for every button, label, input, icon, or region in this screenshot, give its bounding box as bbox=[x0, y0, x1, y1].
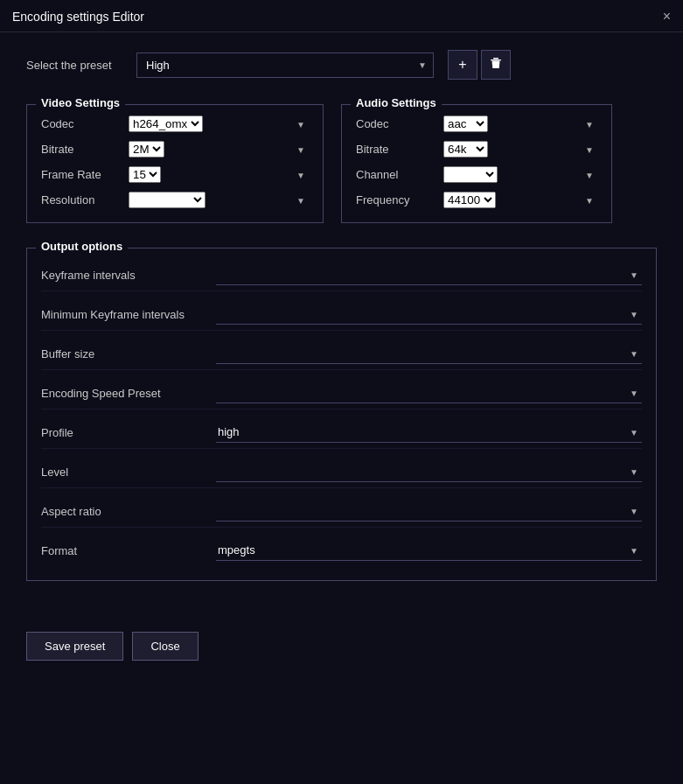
svg-rect-0 bbox=[493, 58, 498, 60]
aspect-ratio-select[interactable]: 16:9 4:3 1:1 bbox=[216, 500, 642, 522]
add-preset-button[interactable]: + bbox=[448, 50, 477, 80]
min-keyframe-intervals-label: Minimum Keyframe intervals bbox=[41, 308, 216, 321]
buffer-size-row: Buffer size 1M 2M 4M bbox=[41, 338, 642, 370]
preset-select-wrapper: High Medium Low bbox=[136, 52, 434, 78]
video-audio-row: Video Settings Codec h264_omx h264 h265 … bbox=[26, 104, 657, 223]
profile-label: Profile bbox=[41, 426, 216, 439]
video-codec-label: Codec bbox=[41, 117, 129, 130]
audio-codec-row: Codec aac mp3 opus bbox=[356, 116, 597, 132]
audio-settings-box: Audio Settings Codec aac mp3 opus Bitrat… bbox=[341, 104, 612, 223]
footer-buttons: Save preset Close bbox=[0, 623, 683, 678]
format-row: Format mpegts mp4 mkv flv bbox=[41, 535, 642, 566]
keyframe-intervals-row: Keyframe intervals 1 2 5 10 bbox=[41, 259, 642, 291]
encoding-speed-row: Encoding Speed Preset ultrafast fast med… bbox=[41, 377, 642, 410]
profile-select[interactable]: high main baseline bbox=[216, 422, 642, 443]
preset-label: Select the preset bbox=[26, 59, 122, 72]
video-resolution-select[interactable]: 1920x1080 1280x720 640x480 bbox=[129, 192, 206, 208]
title-bar: Encoding settings Editor × bbox=[0, 0, 683, 32]
video-resolution-label: Resolution bbox=[41, 193, 129, 206]
audio-codec-label: Codec bbox=[356, 117, 443, 130]
audio-bitrate-label: Bitrate bbox=[356, 143, 443, 156]
close-button[interactable]: Close bbox=[132, 632, 198, 661]
trash-icon bbox=[489, 56, 503, 74]
video-settings-box: Video Settings Codec h264_omx h264 h265 … bbox=[26, 104, 324, 223]
audio-settings-legend: Audio Settings bbox=[351, 96, 442, 109]
level-select-wrap: 3.0 3.1 4.0 4.1 bbox=[216, 461, 642, 482]
audio-bitrate-select-wrap: 64k 128k 256k bbox=[443, 141, 597, 158]
audio-codec-select[interactable]: aac mp3 opus bbox=[443, 116, 488, 132]
output-options-section: Output options Keyframe intervals 1 2 5 … bbox=[26, 248, 657, 581]
close-window-button[interactable]: × bbox=[663, 9, 671, 24]
video-framerate-label: Frame Rate bbox=[41, 168, 129, 181]
video-bitrate-label: Bitrate bbox=[41, 143, 129, 156]
video-framerate-row: Frame Rate 15 24 30 60 bbox=[41, 166, 309, 183]
keyframe-intervals-label: Keyframe intervals bbox=[41, 269, 216, 282]
plus-icon: + bbox=[458, 57, 466, 73]
audio-channel-row: Channel Stereo Mono bbox=[356, 166, 597, 183]
video-bitrate-select-wrap: 2M 1M 4M 8M bbox=[129, 141, 309, 158]
main-content: Select the preset High Medium Low + bbox=[0, 32, 683, 623]
window-title: Encoding settings Editor bbox=[12, 10, 144, 24]
min-keyframe-intervals-select[interactable]: 1 2 5 bbox=[216, 304, 642, 325]
preset-icon-buttons: + bbox=[448, 50, 511, 80]
svg-rect-1 bbox=[491, 60, 501, 60]
preset-row: Select the preset High Medium Low + bbox=[26, 50, 657, 80]
profile-select-wrap: high main baseline bbox=[216, 422, 642, 443]
video-bitrate-row: Bitrate 2M 1M 4M 8M bbox=[41, 141, 309, 158]
level-select[interactable]: 3.0 3.1 4.0 4.1 bbox=[216, 461, 642, 482]
encoding-speed-label: Encoding Speed Preset bbox=[41, 387, 216, 400]
aspect-ratio-row: Aspect ratio 16:9 4:3 1:1 bbox=[41, 495, 642, 528]
video-bitrate-select[interactable]: 2M 1M 4M 8M bbox=[129, 141, 164, 158]
level-row: Level 3.0 3.1 4.0 4.1 bbox=[41, 456, 642, 488]
min-keyframe-intervals-select-wrap: 1 2 5 bbox=[216, 304, 642, 325]
video-codec-select-wrap: h264_omx h264 h265 bbox=[129, 116, 309, 132]
format-select-wrap: mpegts mp4 mkv flv bbox=[216, 540, 642, 561]
video-resolution-row: Resolution 1920x1080 1280x720 640x480 bbox=[41, 192, 309, 208]
encoding-speed-select[interactable]: ultrafast fast medium slow bbox=[216, 382, 642, 403]
format-label: Format bbox=[41, 544, 216, 557]
preset-select[interactable]: High Medium Low bbox=[136, 52, 434, 78]
encoding-speed-select-wrap: ultrafast fast medium slow bbox=[216, 382, 642, 403]
video-resolution-select-wrap: 1920x1080 1280x720 640x480 bbox=[129, 192, 309, 208]
buffer-size-label: Buffer size bbox=[41, 347, 216, 360]
output-options-legend: Output options bbox=[36, 240, 128, 253]
min-keyframe-intervals-row: Minimum Keyframe intervals 1 2 5 bbox=[41, 298, 642, 331]
delete-preset-button[interactable] bbox=[481, 50, 511, 80]
profile-row: Profile high main baseline bbox=[41, 416, 642, 449]
keyframe-intervals-select[interactable]: 1 2 5 10 bbox=[216, 264, 642, 285]
audio-bitrate-row: Bitrate 64k 128k 256k bbox=[356, 141, 597, 158]
save-preset-button[interactable]: Save preset bbox=[26, 632, 123, 661]
audio-channel-label: Channel bbox=[356, 168, 443, 181]
audio-frequency-select-wrap: 44100 48000 22050 bbox=[443, 192, 597, 208]
audio-bitrate-select[interactable]: 64k 128k 256k bbox=[443, 141, 488, 158]
encoding-settings-window: Encoding settings Editor × Select the pr… bbox=[0, 0, 683, 784]
audio-channel-select[interactable]: Stereo Mono bbox=[443, 166, 498, 183]
audio-frequency-select[interactable]: 44100 48000 22050 bbox=[443, 192, 496, 208]
audio-frequency-row: Frequency 44100 48000 22050 bbox=[356, 192, 597, 208]
video-framerate-select-wrap: 15 24 30 60 bbox=[129, 166, 309, 183]
video-settings-legend: Video Settings bbox=[36, 96, 125, 109]
video-codec-row: Codec h264_omx h264 h265 bbox=[41, 116, 309, 132]
video-framerate-select[interactable]: 15 24 30 60 bbox=[129, 166, 161, 183]
buffer-size-select-wrap: 1M 2M 4M bbox=[216, 343, 642, 364]
format-select[interactable]: mpegts mp4 mkv flv bbox=[216, 540, 642, 561]
video-codec-select[interactable]: h264_omx h264 h265 bbox=[129, 116, 203, 132]
keyframe-intervals-select-wrap: 1 2 5 10 bbox=[216, 264, 642, 285]
audio-frequency-label: Frequency bbox=[356, 193, 443, 206]
buffer-size-select[interactable]: 1M 2M 4M bbox=[216, 343, 642, 364]
audio-channel-select-wrap: Stereo Mono bbox=[443, 166, 597, 183]
audio-codec-select-wrap: aac mp3 opus bbox=[443, 116, 597, 132]
level-label: Level bbox=[41, 466, 216, 479]
aspect-ratio-select-wrap: 16:9 4:3 1:1 bbox=[216, 500, 642, 522]
aspect-ratio-label: Aspect ratio bbox=[41, 505, 216, 518]
output-fieldset: Output options Keyframe intervals 1 2 5 … bbox=[26, 248, 657, 581]
